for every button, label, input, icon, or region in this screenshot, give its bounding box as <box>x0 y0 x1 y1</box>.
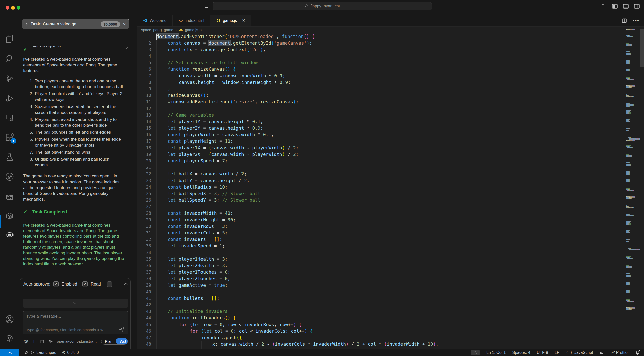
panel-bottom-icon[interactable] <box>623 4 629 9</box>
problems-item[interactable]: ⊗ 0 ⚠ 0 <box>62 350 79 355</box>
checkbox-enabled[interactable]: ✓ <box>53 281 59 287</box>
line-number[interactable]: 1 <box>137 33 151 40</box>
model-selector[interactable]: openai-compat:mistralai/... <box>57 339 97 343</box>
tab-game-js[interactable]: JS game.js × <box>210 15 251 26</box>
network-graph-icon[interactable] <box>5 172 14 181</box>
split-editor-icon[interactable] <box>622 18 627 23</box>
line-number[interactable]: 30 <box>137 223 151 230</box>
line-number[interactable]: 37 <box>137 269 151 275</box>
cursor-position[interactable]: Ln 1, Col 1 <box>486 350 506 355</box>
line-number[interactable]: 46 <box>137 328 151 334</box>
castle-icon[interactable] <box>5 192 14 201</box>
close-task-icon[interactable]: × <box>123 22 126 26</box>
line-number[interactable]: 26 <box>137 197 151 203</box>
cline-robot-icon[interactable] <box>5 230 14 239</box>
line-number[interactable]: 3 <box>137 46 151 53</box>
testing-beaker-icon[interactable] <box>5 153 14 162</box>
tab-index-html[interactable]: <> index.html <box>173 15 210 26</box>
breadcrumb-more[interactable]: ... <box>204 28 207 32</box>
line-number[interactable]: 45 <box>137 321 151 328</box>
line-number[interactable]: 16 <box>137 131 151 138</box>
message-input[interactable]: Type a message... Type @ for context, / … <box>23 311 128 334</box>
run-debug-icon[interactable] <box>5 94 14 103</box>
chevron-down-icon[interactable] <box>124 46 128 49</box>
task-header-card[interactable]: Task: Create a video ga... $0.0000 × <box>22 19 129 29</box>
package-box-icon[interactable] <box>5 211 14 221</box>
line-number[interactable]: 5 <box>137 59 151 66</box>
line-number[interactable]: 39 <box>137 282 151 289</box>
code-area[interactable]: 1document.addEventListener('DOMContentLo… <box>137 33 625 349</box>
line-number[interactable]: 14 <box>137 118 151 125</box>
line-number[interactable]: 12 <box>137 105 151 112</box>
line-number[interactable]: 42 <box>137 302 151 308</box>
account-icon[interactable] <box>5 315 14 324</box>
line-number[interactable]: 28 <box>137 210 151 217</box>
tab-welcome[interactable]: Welcome <box>137 15 173 26</box>
line-number[interactable]: 10 <box>137 92 151 99</box>
line-number[interactable]: 13 <box>137 112 151 118</box>
language-mode[interactable]: { } JavaScript <box>566 350 593 355</box>
eol-sequence[interactable]: LF <box>555 350 559 355</box>
encoding[interactable]: UTF-8 <box>537 350 548 355</box>
line-number[interactable]: 35 <box>137 256 151 262</box>
line-number[interactable]: 21 <box>137 164 151 171</box>
line-number[interactable]: 31 <box>137 230 151 236</box>
zoom-window-button[interactable] <box>17 6 20 10</box>
send-icon[interactable] <box>119 327 125 332</box>
line-number[interactable]: 48 <box>137 341 151 347</box>
line-number[interactable]: 23 <box>137 177 151 184</box>
scales-icon[interactable] <box>48 339 53 344</box>
panel-right-icon[interactable] <box>634 4 640 9</box>
expand-section-bar[interactable] <box>23 299 128 308</box>
castle-icon[interactable] <box>600 350 604 355</box>
line-number[interactable]: 22 <box>137 171 151 177</box>
line-number[interactable]: 4 <box>137 53 151 59</box>
line-number[interactable]: 38 <box>137 275 151 282</box>
plan-button[interactable]: Plan <box>101 338 116 344</box>
gear-icon[interactable] <box>5 334 14 343</box>
plus-icon[interactable]: + <box>32 338 35 345</box>
close-tab-icon[interactable]: × <box>242 18 245 23</box>
line-number[interactable]: 29 <box>137 217 151 223</box>
line-number[interactable]: 33 <box>137 243 151 249</box>
line-number[interactable]: 27 <box>137 203 151 210</box>
line-number[interactable]: 47 <box>137 334 151 341</box>
line-number[interactable]: 36 <box>137 262 151 269</box>
at-sign-icon[interactable]: @ <box>23 339 28 344</box>
line-number[interactable]: 44 <box>137 315 151 321</box>
line-number[interactable]: 11 <box>137 99 151 105</box>
command-center-search[interactable]: flappy_nyan_cat <box>213 2 432 10</box>
line-number[interactable]: 2 <box>137 40 151 46</box>
line-number[interactable]: 25 <box>137 190 151 197</box>
chevron-up-icon[interactable] <box>124 283 128 286</box>
line-number[interactable]: 20 <box>137 158 151 164</box>
line-number[interactable]: 32 <box>137 236 151 243</box>
line-number[interactable]: 41 <box>137 295 151 302</box>
remote-explorer-icon[interactable] <box>5 113 14 122</box>
line-number[interactable]: 15 <box>137 125 151 131</box>
close-window-button[interactable] <box>6 6 9 10</box>
minimize-window-button[interactable] <box>11 6 15 10</box>
panel-left-icon[interactable] <box>612 4 618 9</box>
line-number[interactable]: 9 <box>137 86 151 92</box>
line-number[interactable]: 19 <box>137 151 151 158</box>
server-stack-icon[interactable] <box>40 339 44 344</box>
line-number[interactable]: 34 <box>137 249 151 256</box>
source-control-icon[interactable] <box>5 74 14 83</box>
checkbox-read[interactable]: ✓ <box>82 281 88 287</box>
line-number[interactable]: 8 <box>137 79 151 86</box>
layout-customize-icon[interactable] <box>601 4 607 9</box>
breadcrumb-file[interactable]: game.js <box>185 28 198 32</box>
remote-indicator[interactable]: >< <box>0 349 19 356</box>
formatter-item[interactable]: ✓✓ Prettier <box>611 350 629 355</box>
indentation[interactable]: Spaces: 4 <box>512 350 530 355</box>
notifications-bell[interactable] <box>635 350 640 355</box>
more-actions-icon[interactable]: ••• <box>633 18 639 23</box>
line-number[interactable]: 24 <box>137 184 151 190</box>
act-button[interactable]: Act <box>116 338 128 344</box>
line-number[interactable]: 40 <box>137 289 151 295</box>
breadcrumb-folder[interactable]: space_pong_game <box>141 28 173 32</box>
zoom-indicator[interactable] <box>471 350 480 355</box>
back-button[interactable]: ← <box>204 3 209 10</box>
line-number[interactable]: 43 <box>137 308 151 315</box>
